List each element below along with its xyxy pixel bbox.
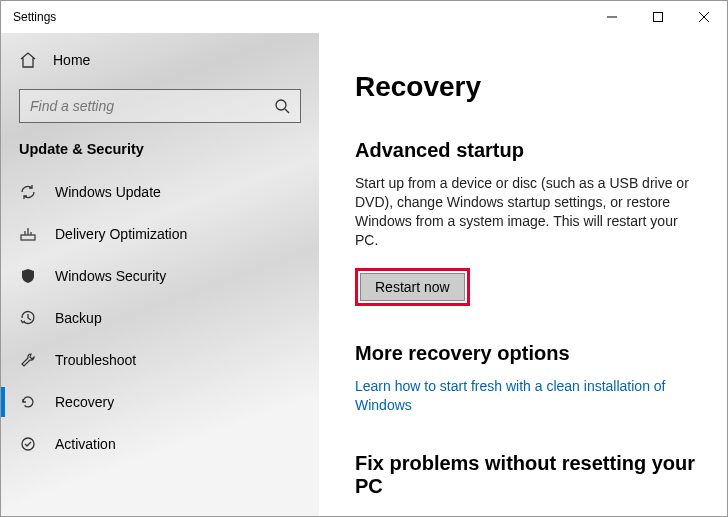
backup-icon (19, 309, 37, 327)
sidebar-item-windows-update[interactable]: Windows Update (1, 171, 319, 213)
wrench-icon (19, 351, 37, 369)
search-icon (274, 98, 290, 114)
search-input[interactable] (30, 98, 274, 114)
window-title: Settings (13, 10, 56, 24)
fix-problems-heading: Fix problems without resetting your PC (355, 452, 697, 498)
window-controls (589, 1, 727, 33)
main-panel: Recovery Advanced startup Start up from … (319, 33, 727, 516)
sidebar-item-troubleshoot[interactable]: Troubleshoot (1, 339, 319, 381)
activation-icon (19, 435, 37, 453)
sidebar: Home Update & Security Windows Update De… (1, 33, 319, 516)
home-label: Home (53, 52, 90, 68)
svg-line-5 (285, 109, 289, 113)
restart-now-highlight: Restart now (355, 268, 470, 306)
sidebar-item-recovery[interactable]: Recovery (1, 381, 319, 423)
sync-icon (19, 183, 37, 201)
restart-now-button[interactable]: Restart now (360, 273, 465, 301)
svg-point-4 (276, 100, 286, 110)
delivery-icon (19, 225, 37, 243)
shield-icon (19, 267, 37, 285)
sidebar-item-label: Recovery (55, 394, 114, 410)
sidebar-item-label: Troubleshoot (55, 352, 136, 368)
search-box[interactable] (19, 89, 301, 123)
close-button[interactable] (681, 1, 727, 33)
sidebar-item-label: Activation (55, 436, 116, 452)
sidebar-nav: Windows Update Delivery Optimization Win… (1, 171, 319, 465)
maximize-button[interactable] (635, 1, 681, 33)
home-icon (19, 51, 37, 69)
advanced-startup-body: Start up from a device or disc (such as … (355, 174, 697, 250)
sidebar-item-activation[interactable]: Activation (1, 423, 319, 465)
home-nav[interactable]: Home (1, 43, 319, 83)
fresh-install-link[interactable]: Learn how to start fresh with a clean in… (355, 377, 697, 416)
svg-rect-6 (21, 235, 35, 240)
sidebar-item-label: Windows Security (55, 268, 166, 284)
more-recovery-heading: More recovery options (355, 342, 697, 365)
svg-rect-1 (654, 13, 663, 22)
sidebar-item-windows-security[interactable]: Windows Security (1, 255, 319, 297)
sidebar-item-label: Windows Update (55, 184, 161, 200)
titlebar: Settings (1, 1, 727, 33)
sidebar-item-label: Delivery Optimization (55, 226, 187, 242)
recovery-icon (19, 393, 37, 411)
sidebar-item-backup[interactable]: Backup (1, 297, 319, 339)
sidebar-item-delivery-optimization[interactable]: Delivery Optimization (1, 213, 319, 255)
minimize-button[interactable] (589, 1, 635, 33)
sidebar-item-label: Backup (55, 310, 102, 326)
page-title: Recovery (355, 71, 697, 103)
sidebar-section-header: Update & Security (1, 141, 319, 171)
advanced-startup-heading: Advanced startup (355, 139, 697, 162)
svg-point-7 (22, 438, 34, 450)
